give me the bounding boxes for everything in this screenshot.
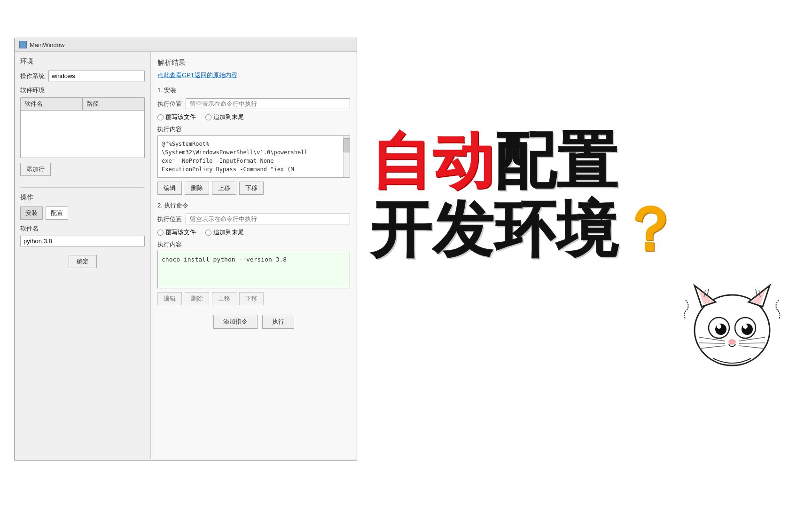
panel-title: 解析结果 [157,58,350,67]
big-title-line1: 自动配置 [370,129,784,193]
add-cmd-button[interactable]: 添加指令 [213,315,258,329]
step2-section: 2. 执行命令 执行位置 覆写该文件 追加到末尾 执行内容 [157,201,350,305]
col-software: 软件名 [21,98,83,110]
col-path: 路径 [83,98,144,110]
step1-exec-label: 执行位置 [157,100,182,108]
gpt-link[interactable]: 点此查看GPT返回的原始内容 [157,71,350,79]
svg-point-9 [717,324,721,329]
software-table: 软件名 路径 [20,97,145,158]
svg-line-21 [756,289,757,296]
step1-action-row: 编辑 删除 上移 下移 [157,182,350,195]
cat-svg [680,276,784,380]
svg-line-16 [739,343,765,343]
step2-delete-btn[interactable]: 删除 [185,292,209,305]
step2-radio-row: 覆写该文件 追加到末尾 [157,228,350,237]
step2-up-btn[interactable]: 上移 [212,292,236,305]
step1-delete-btn[interactable]: 删除 [185,182,209,195]
table-body [21,111,144,158]
step2-radio2[interactable]: 追加到末尾 [205,228,244,237]
software-name-input[interactable] [20,236,145,246]
step2-edit-btn[interactable]: 编辑 [157,292,182,305]
os-label: 操作系统 [20,72,45,80]
step1-section: 1. 安装 执行位置 覆写该文件 追加到末尾 执行内容 [157,86,350,195]
window-icon [19,41,27,48]
title-dark1: 配置 [494,127,618,195]
title-bar: MainWindow [15,38,357,52]
step2-exec-input[interactable] [186,214,350,224]
ops-tabs: 安装 配置 [20,206,145,220]
step1-title: 1. 安装 [157,86,350,95]
tab-install[interactable]: 安装 [20,206,43,220]
env-section-title: 环境 [20,57,145,66]
svg-point-10 [743,324,748,329]
step1-radio2[interactable]: 追加到末尾 [205,113,244,121]
table-header: 软件名 路径 [21,98,144,111]
step2-action-row: 编辑 删除 上移 下移 [157,292,350,305]
step1-radio-row: 覆写该文件 追加到末尾 [157,113,350,121]
software-name-label: 软件名 [20,224,145,233]
step2-down-btn[interactable]: 下移 [239,292,264,305]
overlay-right: 自动配置 开发环境？ [342,0,812,508]
cat-area [370,276,784,380]
question-mark: ？ [618,195,680,264]
step1-radio2-label: 追加到末尾 [213,113,244,121]
software-env-label: 软件环境 [20,86,145,95]
step1-exec-input[interactable] [186,98,350,109]
confirm-button[interactable]: 确定 [69,255,97,268]
ops-section-title: 操作 [20,193,145,202]
step2-exec-row: 执行位置 [157,214,350,224]
bottom-row: 添加指令 执行 [157,312,350,329]
title-red: 自动 [370,127,494,195]
os-input[interactable] [48,71,145,81]
big-title-line2: 开发环境？ [370,198,784,262]
step1-down-btn[interactable]: 下移 [239,182,264,195]
step1-exec-row: 执行位置 [157,98,350,109]
step1-radio1-label: 覆写该文件 [165,113,196,121]
tab-config[interactable]: 配置 [46,206,68,220]
svg-line-19 [707,289,709,296]
main-window: MainWindow 环境 操作系统 软件环境 软件名 路径 添加行 操作 [14,38,357,461]
step2-exec-label: 执行位置 [157,215,182,223]
step2-radio1[interactable]: 覆写该文件 [157,228,196,237]
step2-content-box: choco install python --version 3.8 [157,251,350,288]
step2-radio1-label: 覆写该文件 [165,228,196,237]
step1-exec-content-label: 执行内容 [157,125,350,134]
content-panel: 解析结果 点此查看GPT返回的原始内容 1. 安装 执行位置 覆写该文件 [151,52,357,459]
step1-content-box: @"%SystemRoot%\System32\WindowsPowerShel… [157,135,350,178]
step2-radio2-label: 追加到末尾 [213,228,244,237]
title-dark2: 开发环境 [370,195,618,264]
step2-exec-content-label: 执行内容 [157,240,350,249]
sidebar: 环境 操作系统 软件环境 软件名 路径 添加行 操作 安装 配置 [15,52,151,459]
execute-button[interactable]: 执行 [262,315,294,329]
step2-content-text: choco install python --version 3.8 [162,256,287,263]
window-title: MainWindow [30,41,64,48]
step1-radio1[interactable]: 覆写该文件 [157,113,196,121]
os-field-row: 操作系统 [20,71,145,81]
step1-content-text: @"%SystemRoot%\System32\WindowsPowerShel… [162,141,308,173]
add-row-button[interactable]: 添加行 [20,163,51,176]
step1-up-btn[interactable]: 上移 [212,182,236,195]
svg-line-13 [699,343,725,343]
step1-edit-btn[interactable]: 编辑 [157,182,182,195]
step2-title: 2. 执行命令 [157,201,350,210]
svg-point-11 [729,340,735,344]
